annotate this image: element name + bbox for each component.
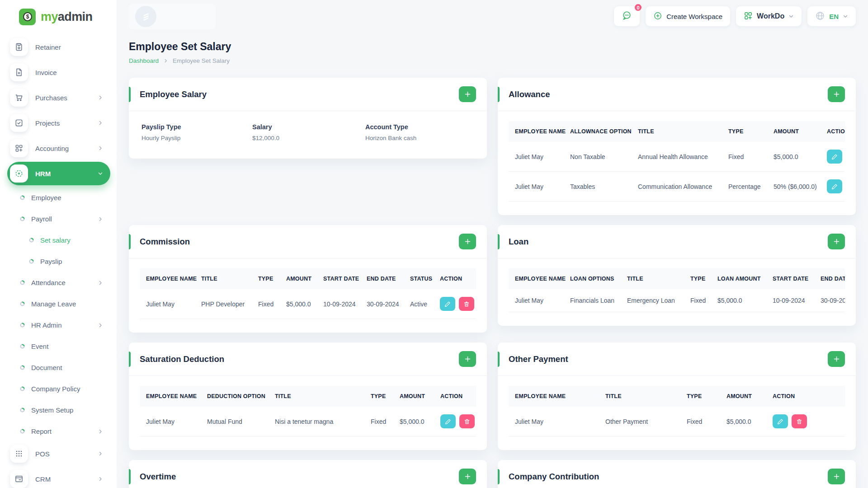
plus-circle-icon: [653, 11, 662, 22]
messages-badge: 0: [634, 3, 642, 12]
table-row: Juliet May Taxables Communication Allowa…: [509, 172, 845, 202]
card-title: Company Contribution: [509, 472, 599, 482]
table-cell: PHP Developer: [195, 289, 252, 319]
table-row: Juliet May Mutual Fund Nisi a tenetur ma…: [140, 407, 476, 436]
delete-button[interactable]: [459, 297, 474, 311]
sidebar-item-label: Accounting: [35, 145, 69, 152]
sidebar-item-label: HRM: [35, 170, 51, 178]
sidebar-item-label: Attendance: [31, 279, 66, 286]
column-header: END DATE: [360, 268, 404, 289]
column-header: START DATE: [317, 268, 360, 289]
column-header: TITLE: [632, 121, 722, 142]
sidebar-item-label: Employee: [31, 194, 61, 202]
add-saturation-deduction-button[interactable]: [459, 351, 476, 367]
sidebar-item-hr-admin[interactable]: HR Admin: [7, 314, 110, 336]
edit-button[interactable]: [773, 414, 788, 428]
sidebar-item-hrm[interactable]: HRM: [7, 162, 110, 185]
edit-button[interactable]: [440, 297, 455, 311]
card-title: Allowance: [509, 89, 550, 99]
topbar: 0 Create Workspace WorkDo: [129, 0, 856, 33]
add-allowance-button[interactable]: [828, 86, 845, 102]
table-cell: Other Payment: [599, 407, 680, 436]
table-cell: Mutual Fund: [201, 407, 269, 436]
sidebar-item-label: Retainer: [35, 43, 61, 51]
other-payment-table: EMPLOYEE NAME TITLE TYPE AMOUNT ACTION J…: [509, 386, 845, 436]
sidebar-item-retainer[interactable]: Retainer: [7, 35, 110, 59]
add-overtime-button[interactable]: [459, 469, 476, 484]
sidebar-item-manage-leave[interactable]: Manage Leave: [7, 293, 110, 314]
sidebar-item-attendance[interactable]: Attendance: [7, 272, 110, 293]
add-employee-salary-button[interactable]: [459, 86, 476, 102]
chevron-right-icon: [98, 451, 103, 456]
chevron-right-icon: [98, 280, 103, 286]
card-header: Loan: [498, 225, 856, 258]
sidebar-item-label: Report: [31, 427, 52, 435]
sidebar-item-pos[interactable]: POS: [7, 442, 110, 465]
column-header: LOAN AMOUNT: [711, 268, 766, 289]
bullet-icon: [20, 344, 25, 349]
sidebar-item-projects[interactable]: Projects: [7, 111, 110, 135]
workspace-menu-button[interactable]: WorkDo: [736, 6, 802, 26]
sidebar-item-set-salary[interactable]: Set salary: [7, 230, 110, 251]
delete-button[interactable]: [792, 414, 807, 428]
table-header-row: EMPLOYEE NAME LOAN OPTIONS TITLE TYPE LO…: [509, 268, 845, 289]
delete-button[interactable]: [459, 414, 475, 428]
table-cell: Fixed: [364, 407, 393, 436]
column-header: START DATE: [766, 268, 814, 289]
edit-button[interactable]: [827, 150, 842, 164]
table-cell: 10-09-2024: [317, 289, 360, 319]
bullet-icon: [29, 259, 34, 264]
sidebar-item-purchases[interactable]: Purchases: [7, 86, 110, 109]
sidebar-item-label: HR Admin: [31, 321, 62, 329]
column-header: TITLE: [621, 268, 684, 289]
add-commission-button[interactable]: [459, 234, 476, 249]
sidebar-item-label: Manage Leave: [31, 300, 76, 308]
create-workspace-label: Create Workspace: [666, 13, 722, 20]
messages-button[interactable]: 0: [614, 6, 640, 26]
sidebar-item-payslip[interactable]: Payslip: [7, 251, 110, 272]
add-company-contribution-button[interactable]: [828, 469, 845, 484]
window-icon: [10, 470, 28, 488]
sidebar-item-system-setup[interactable]: System Setup: [7, 399, 110, 421]
table-cell: Fixed: [680, 407, 720, 436]
employee-salary-details: Payslip Type Hourly Payslip Salary $12,0…: [129, 111, 487, 159]
field-label: Account Type: [365, 123, 474, 131]
table-cell: Juliet May: [509, 172, 564, 202]
loan-card: Loan EMPLOYEE NAME LOAN OPTIONS TITLE TY…: [498, 225, 856, 326]
sidebar-item-accounting[interactable]: Accounting: [7, 136, 110, 160]
breadcrumb-dashboard-link[interactable]: Dashboard: [129, 57, 159, 64]
sidebar-item-crm[interactable]: CRM: [7, 467, 110, 488]
commission-table: EMPLOYEE NAME TITLE TYPE AMOUNT START DA…: [140, 268, 476, 319]
sidebar-item-company-policy[interactable]: Company Policy: [7, 378, 110, 399]
card-header: Other Payment: [498, 343, 856, 376]
page-title: Employee Set Salary: [129, 41, 856, 53]
sidebar-item-report[interactable]: Report: [7, 421, 110, 442]
column-header: ACTION: [821, 121, 845, 142]
add-loan-button[interactable]: [828, 234, 845, 249]
sidebar-item-invoice[interactable]: Invoice: [7, 61, 110, 84]
table-cell: Emergency Loan: [621, 289, 684, 312]
sidebar-item-employee[interactable]: Employee: [7, 187, 110, 208]
card-title: Saturation Deduction: [140, 354, 224, 364]
sidebar-item-label: Company Policy: [31, 385, 80, 393]
payslip-type-field: Payslip Type Hourly Payslip: [142, 123, 252, 141]
brand-logo[interactable]: $ myadmin: [0, 3, 117, 31]
sidebar-item-payroll[interactable]: Payroll: [7, 208, 110, 230]
bullet-icon: [20, 365, 25, 370]
table-cell: Taxables: [564, 172, 632, 202]
sidebar-item-document[interactable]: Document: [7, 357, 110, 378]
chevron-down-icon: [788, 14, 794, 19]
sidebar-item-label: Document: [31, 364, 62, 371]
table-cell: $5,000.0: [280, 289, 317, 319]
add-other-payment-button[interactable]: [828, 351, 845, 367]
create-workspace-button[interactable]: Create Workspace: [646, 6, 730, 26]
edit-button[interactable]: [827, 179, 842, 193]
card-header: Commission: [129, 225, 487, 258]
column-header: TYPE: [364, 386, 393, 407]
edit-button[interactable]: [440, 414, 456, 428]
card-header: Saturation Deduction: [129, 343, 487, 376]
sidebar-item-event[interactable]: Event: [7, 336, 110, 357]
column-header: ACTION: [434, 386, 476, 407]
language-selector[interactable]: EN: [807, 6, 856, 26]
column-header: AMOUNT: [767, 121, 821, 142]
